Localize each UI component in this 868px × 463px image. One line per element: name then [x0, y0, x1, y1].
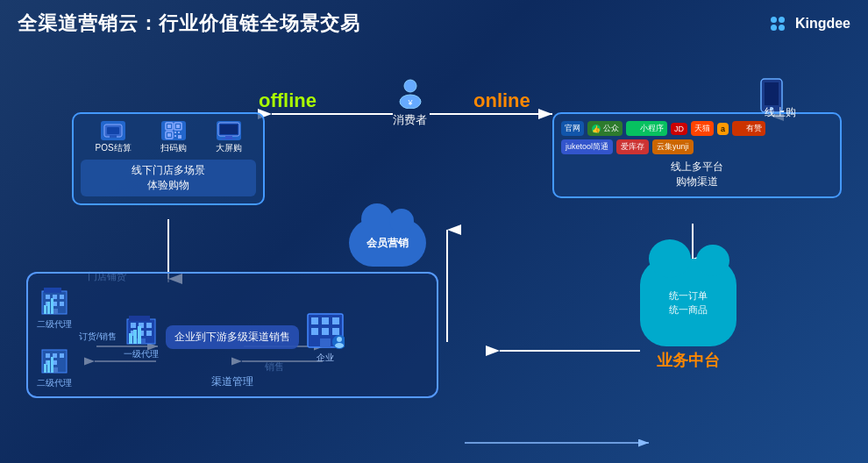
enterprise-icon — [306, 310, 345, 349]
first-agent: 一级代理 — [124, 314, 159, 360]
svg-rect-40 — [60, 295, 64, 299]
svg-rect-28 — [174, 132, 176, 133]
svg-rect-77 — [320, 338, 331, 347]
svg-rect-67 — [129, 333, 132, 344]
svg-rect-60 — [131, 323, 136, 328]
svg-rect-76 — [332, 328, 339, 335]
big-screen-label: 大屏购 — [216, 142, 242, 154]
svg-rect-33 — [220, 125, 238, 134]
scan-icon — [161, 121, 186, 140]
enterprise-label: 企业 — [317, 352, 334, 364]
pos-label: POS结算 — [95, 142, 131, 154]
diagram: 订货 销售 offline online ¥ 消费者 POS结 — [0, 44, 868, 461]
enterprise-downstream-area: 企业到下游多级渠道销售 — [166, 325, 299, 349]
arrows-svg: 订货 销售 — [0, 44, 868, 461]
svg-rect-30 — [174, 135, 176, 137]
logo-dot-3 — [771, 25, 777, 31]
jukool-icon: juketool简通 — [561, 139, 613, 154]
svg-rect-25 — [176, 125, 180, 128]
unified-order: 统一订单 统一商品 — [669, 288, 708, 317]
building-icon-2 — [39, 343, 70, 374]
gongzhong-icon: 👍 公众 — [587, 121, 623, 136]
big-screen-item: 大屏购 — [216, 121, 242, 154]
store-icons-row: POS结算 扫码 — [81, 121, 256, 154]
svg-point-80 — [335, 343, 344, 348]
guanwang-icon: 官网 — [561, 121, 584, 136]
svg-rect-37 — [44, 288, 61, 293]
enterprise-area: 企业 — [306, 310, 345, 364]
experience-box: 线下门店多场景 体验购物 — [81, 160, 256, 196]
building-icon-1 — [39, 284, 70, 316]
svg-rect-68 — [133, 330, 137, 344]
logo-dot-4 — [779, 25, 785, 31]
order-sales-label: 订货/销售 — [79, 331, 117, 343]
business-platform-area: 统一订单 统一商品 业务中台 — [640, 259, 736, 371]
svg-rect-35 — [222, 139, 236, 139]
svg-rect-46 — [47, 302, 50, 314]
svg-rect-65 — [146, 331, 152, 336]
aiku-icon: 爱库存 — [616, 139, 649, 154]
logo-dot-1 — [771, 17, 777, 23]
svg-rect-31 — [178, 135, 181, 139]
cyan-cloud: 统一订单 统一商品 — [640, 259, 736, 346]
big-screen-icon — [217, 121, 241, 140]
logo-text: Kingdee — [795, 16, 850, 32]
cloud-shape: 会员营销 — [349, 219, 426, 267]
svg-rect-34 — [225, 136, 232, 139]
second-agents: 二级代理 二级代理 — [37, 284, 72, 389]
online-label: online — [473, 89, 530, 112]
svg-rect-69 — [138, 326, 141, 344]
xcx-icon: 小程序 — [626, 121, 667, 136]
platform-icons-bottom: juketool简通 爱库存 云集yunji — [561, 139, 833, 154]
yunji-icon: 云集yunji — [652, 139, 694, 154]
cloud-text: 会员营销 — [366, 236, 409, 251]
svg-rect-73 — [332, 317, 339, 324]
svg-rect-23 — [167, 125, 171, 128]
svg-text:¥: ¥ — [407, 98, 413, 107]
first-agent-icon — [125, 314, 157, 345]
second-agent-1: 二级代理 — [37, 284, 72, 331]
svg-rect-84 — [736, 125, 744, 133]
cloud-member-area: 会员营销 — [349, 219, 426, 267]
svg-text:👍: 👍 — [592, 125, 601, 133]
offline-store-label: 线下门店多场景 体验购物 — [88, 163, 249, 193]
channel-bottom-label: 渠道管理 — [28, 374, 437, 389]
xianshang-buy-label: 线上购 — [765, 105, 796, 120]
svg-rect-49 — [46, 353, 50, 358]
svg-rect-47 — [51, 298, 53, 314]
logo: Kingdee — [771, 16, 850, 32]
svg-rect-57 — [51, 357, 53, 373]
youzan-icon: 有赞 — [732, 121, 765, 136]
svg-rect-27 — [167, 133, 171, 137]
consumer-icon: ¥ — [395, 77, 426, 109]
svg-rect-62 — [146, 323, 152, 328]
svg-rect-71 — [311, 317, 318, 324]
offline-label: offline — [259, 89, 317, 112]
svg-rect-21 — [110, 135, 117, 138]
consumer-label: 消费者 — [393, 112, 427, 128]
offline-store-box: POS结算 扫码 — [72, 112, 265, 205]
svg-rect-45 — [44, 305, 46, 314]
svg-rect-59 — [129, 316, 150, 321]
platform-icons-top: 官网 👍 公众 小程序 JD 天猫 a 有赞 — [561, 121, 833, 136]
second-agent-1-label: 二级代理 — [37, 318, 72, 331]
logo-dot-2 — [779, 17, 785, 23]
svg-rect-38 — [46, 295, 50, 299]
svg-point-79 — [337, 337, 342, 342]
svg-rect-20 — [107, 127, 119, 134]
scan-buy-label: 扫码购 — [160, 142, 187, 154]
online-platform-label: 线上多平台 购物渠道 — [561, 160, 833, 189]
channel-inner: 二级代理 二级代理 — [37, 284, 428, 389]
svg-point-16 — [404, 80, 416, 92]
svg-rect-43 — [60, 302, 64, 306]
order-sales-area: 订货/销售 — [79, 331, 117, 343]
pos-icon — [101, 121, 125, 140]
consumer-area: ¥ 消费者 — [393, 77, 427, 128]
business-platform-label: 业务中台 — [657, 350, 720, 371]
svg-rect-72 — [322, 317, 329, 324]
scan-buy-item: 扫码购 — [160, 121, 187, 154]
header: 全渠道营销云：行业价值链全场景交易 Kingdee — [0, 0, 868, 44]
svg-rect-86 — [765, 82, 779, 105]
svg-rect-75 — [322, 328, 329, 335]
jd-icon: JD — [671, 123, 687, 135]
